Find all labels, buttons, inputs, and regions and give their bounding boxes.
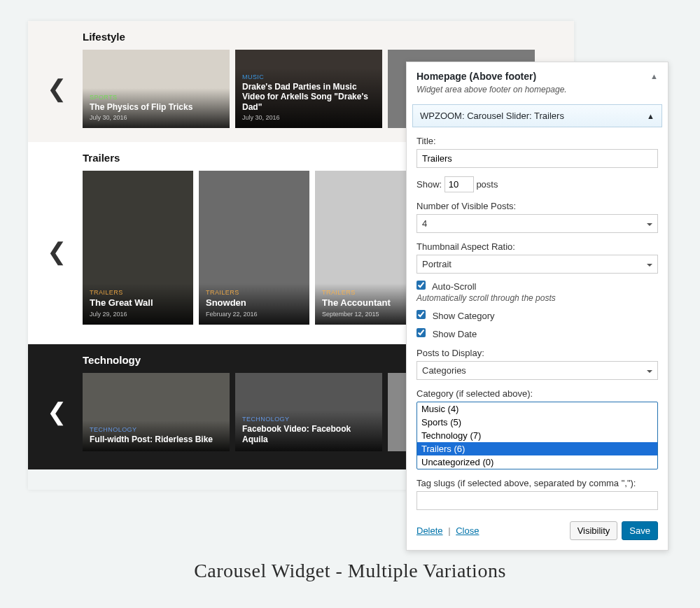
widget-area-description: Widget area above footer on homepage. [416,85,658,94]
save-button[interactable]: Save [622,521,658,540]
card-category: TECHNOLOGY [90,426,223,433]
carousel-card[interactable]: TECHNOLOGY Facebook Video: Facebook Aqui… [235,373,382,451]
card-category: SPORTS [90,94,223,101]
visibility-button[interactable]: Visibility [570,521,618,540]
collapse-icon[interactable]: ▲ [650,72,658,80]
card-date: February 22, 2016 [206,311,302,318]
aspect-ratio-select[interactable]: Portrait [416,255,658,274]
posts-to-display-label: Posts to Display: [416,348,658,358]
auto-scroll-checkbox[interactable]: Auto-Scroll [416,281,476,292]
aspect-ratio-label: Thumbnail Aspect Ratio: [416,241,658,252]
card-title: The Physics of Flip Tricks [90,102,223,112]
card-category: TRAILERS [206,289,302,296]
posts-to-display-select[interactable]: Categories [416,361,658,380]
category-option: Sports (5) [417,416,657,429]
show-label: Show: [416,179,442,190]
carousel-card[interactable]: MUSIC Drake's Dad Parties in Music Video… [235,50,382,128]
card-category: TECHNOLOGY [242,416,375,423]
tag-slugs-input[interactable] [416,491,658,510]
widget-name-prefix: WPZOOM: Carousel Slider: [420,111,532,121]
widget-instance-header[interactable]: WPZOOM: Carousel Slider: Trailers ▲ [412,104,662,127]
card-date: September 12, 2015 [322,311,419,318]
figure-caption: Carousel Widget - Multiple Variations [0,560,700,582]
category-option: Technology (7) [417,429,657,442]
widget-area-title: Homepage (Above footer) [416,71,658,82]
card-category: TRAILERS [90,289,186,296]
carousel-card[interactable]: TECHNOLOGY Full-width Post: Riderless Bi… [83,373,230,451]
show-suffix: posts [476,179,498,190]
delete-link[interactable]: Delete [416,525,443,536]
visible-posts-label: Number of Visible Posts: [416,201,658,211]
carousel-card[interactable]: TRAILERS The Great Wall July 29, 2016 [83,171,193,325]
carousel-prev-icon[interactable]: ❮ [46,397,67,425]
card-category: MUSIC [242,73,375,80]
category-option: Trailers (6) [417,442,657,455]
auto-scroll-hint: Automatically scroll through the posts [416,293,658,303]
show-date-checkbox[interactable]: Show Date [416,329,477,339]
collapse-icon: ▲ [647,112,654,120]
card-date: July 30, 2016 [90,114,223,121]
visible-posts-select[interactable]: 4 [416,214,658,233]
title-input[interactable] [416,149,658,168]
show-category-checkbox[interactable]: Show Category [416,311,495,321]
card-title: The Great Wall [90,297,186,309]
card-title: The Accountant [322,297,419,309]
carousel-card[interactable]: SPORTS The Physics of Flip Tricks July 3… [83,50,230,128]
close-link[interactable]: Close [456,525,479,536]
show-count-input[interactable] [444,176,474,192]
category-option: Music (4) [417,402,657,416]
card-title: Snowden [206,297,302,309]
card-date: July 30, 2016 [242,114,375,121]
title-label: Title: [416,136,658,146]
category-listbox[interactable]: Music (4) Sports (5) Technology (7) Trai… [416,402,658,469]
card-title: Drake's Dad Parties in Music Video for A… [242,82,375,112]
carousel-card[interactable]: TRAILERS Snowden February 22, 2016 [199,171,309,325]
card-category: TRAILERS [322,289,419,296]
category-listbox-label: Category (if selected above): [416,388,658,399]
widget-panel: Homepage (Above footer) ▲ Widget area ab… [406,62,668,551]
card-title: Facebook Video: Facebook Aquila [242,424,375,444]
widget-name-value: Trailers [534,111,564,121]
card-title: Full-width Post: Riderless Bike [90,434,223,444]
category-option: Uncategorized (0) [417,455,657,469]
card-date: July 29, 2016 [90,311,186,318]
carousel-prev-icon[interactable]: ❮ [46,74,67,102]
carousel-prev-icon[interactable]: ❮ [46,237,67,265]
tag-slugs-label: Tag slugs (if selected above, separated … [416,478,658,488]
section-title-lifestyle: Lifestyle [28,31,574,50]
